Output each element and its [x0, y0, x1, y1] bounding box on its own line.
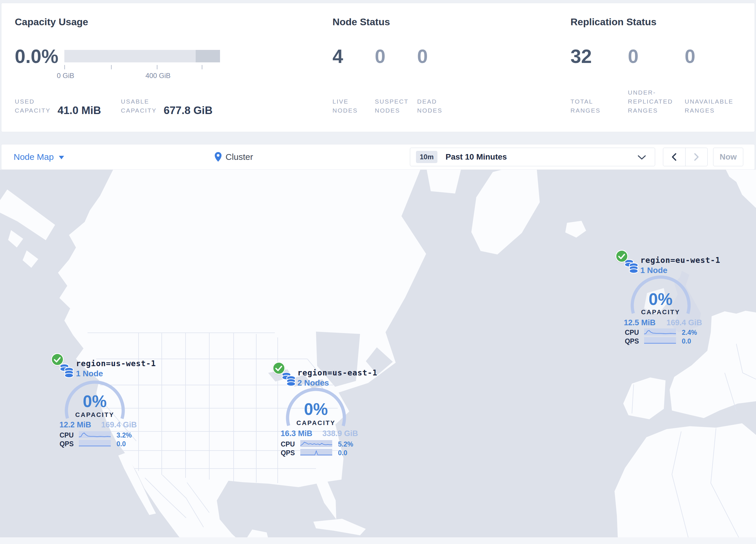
cpu-label: CPU — [276, 441, 295, 448]
unavailable-count: 0 — [685, 47, 695, 66]
qps-value: 0.0 — [117, 440, 126, 447]
used-capacity-metric: USED CAPACITY 41.0 MiB — [15, 97, 101, 115]
breadcrumb[interactable]: Cluster — [214, 144, 253, 169]
capacity-gauge-percent: 0% — [285, 401, 347, 418]
capacity-usage-bar — [64, 50, 220, 62]
suspect-nodes-count: 0 — [375, 47, 386, 66]
usable-capacity-label: USABLE CAPACITY — [121, 97, 157, 115]
chevron-left-icon — [670, 153, 678, 161]
replication-status-title: Replication Status — [570, 16, 657, 28]
axis-tick-label: 0 GiB — [57, 72, 74, 80]
capacity-gauge-label: CAPACITY — [285, 419, 347, 427]
qps-value: 0.0 — [682, 338, 691, 345]
cpu-sparkline — [300, 440, 332, 447]
qps-value: 0.0 — [338, 449, 347, 456]
capacity-used-value: 12.5 MiB — [624, 318, 656, 327]
used-capacity-value: 41.0 MiB — [57, 105, 101, 116]
time-range-dropdown[interactable]: 10m Past 10 Minutes — [410, 148, 655, 166]
cpu-value: 3.2% — [117, 432, 132, 439]
region-name: region=us-west-1 — [76, 359, 156, 368]
region-node-count-link[interactable]: 1 Node — [76, 369, 103, 378]
capacity-gauge-percent: 0% — [63, 393, 126, 410]
node-map: region=us-west-1 1 Node 0% CAPACITY 12.2… — [0, 170, 756, 544]
location-pin-icon — [214, 152, 222, 162]
node-status-title: Node Status — [332, 16, 390, 28]
cpu-label: CPU — [620, 329, 639, 336]
cpu-label: CPU — [55, 432, 74, 439]
capacity-gauge-label: CAPACITY — [63, 411, 126, 419]
time-prev-button[interactable] — [663, 148, 686, 166]
used-capacity-label: USED CAPACITY — [15, 97, 50, 115]
healthy-check-icon — [272, 362, 285, 375]
dead-nodes-count: 0 — [417, 47, 428, 66]
region-name: region=us-east-1 — [297, 368, 377, 377]
healthy-check-icon — [51, 353, 64, 366]
time-range-badge: 10m — [416, 151, 437, 163]
capacity-used-value: 12.2 MiB — [59, 420, 91, 429]
axis-tick — [157, 65, 157, 69]
view-selector-label: Node Map — [14, 152, 54, 162]
map-bottom-edge — [0, 537, 756, 544]
cpu-sparkline — [644, 329, 676, 336]
cpu-sparkline — [79, 431, 111, 438]
north-atlantic-land — [427, 170, 756, 254]
region-node-count-link[interactable]: 1 Node — [640, 266, 667, 275]
total-ranges-count: 32 — [570, 47, 592, 66]
capacity-total-value: 338.9 GiB — [317, 429, 358, 438]
capacity-usage-title: Capacity Usage — [15, 16, 88, 28]
time-nav-buttons — [663, 148, 708, 166]
axis-tick — [202, 65, 202, 69]
dead-nodes-label: DEADNODES — [417, 97, 442, 115]
time-next-button[interactable] — [686, 148, 708, 166]
usable-capacity-value: 677.8 GiB — [163, 105, 212, 116]
capacity-gauge-percent: 0% — [629, 291, 692, 308]
usable-capacity-metric: USABLE CAPACITY 677.8 GiB — [121, 97, 212, 115]
iberia-landmass — [623, 378, 666, 419]
capacity-total-value: 169.4 GiB — [96, 420, 137, 429]
under-replicated-label: UNDER-REPLICATEDRANGES — [628, 88, 673, 115]
view-selector-dropdown[interactable]: Node Map — [14, 144, 64, 169]
chevron-right-icon — [693, 153, 700, 161]
chevron-down-icon — [637, 155, 646, 160]
capacity-bar-spare-segment — [196, 50, 220, 62]
axis-tick — [64, 65, 65, 69]
healthy-check-icon — [615, 250, 628, 262]
qps-sparkline — [300, 449, 332, 456]
cpu-value: 2.4% — [682, 329, 697, 336]
total-ranges-label: TOTALRANGES — [570, 97, 601, 115]
caret-down-icon — [59, 156, 64, 159]
world-map-graphic — [0, 170, 756, 544]
cluster-summary-bar: Capacity Usage 0.0% 0 GiB 400 GiB USED C… — [1, 3, 755, 132]
capacity-used-value: 16.3 MiB — [281, 429, 312, 438]
map-toolbar: Node Map Cluster 10m Past 10 Minutes Now — [1, 144, 755, 170]
suspect-nodes-label: SUSPECTNODES — [375, 97, 409, 115]
qps-sparkline — [79, 440, 111, 447]
time-range-label: Past 10 Minutes — [446, 152, 507, 162]
capacity-gauge-label: CAPACITY — [629, 309, 692, 316]
live-nodes-label: LIVENODES — [332, 97, 358, 115]
live-nodes-count: 4 — [332, 47, 343, 66]
region-name: region=eu-west-1 — [640, 255, 720, 264]
now-button[interactable]: Now — [713, 148, 743, 166]
qps-label: QPS — [55, 440, 74, 447]
capacity-total-value: 169.4 GiB — [661, 318, 702, 327]
qps-sparkline — [644, 337, 676, 344]
qps-label: QPS — [276, 449, 295, 456]
under-replicated-count: 0 — [628, 47, 639, 66]
unavailable-label: UNAVAILABLERANGES — [685, 97, 733, 115]
cpu-value: 5.2% — [338, 441, 353, 448]
capacity-usage-percent: 0.0% — [15, 47, 58, 66]
breadcrumb-label: Cluster — [226, 152, 253, 162]
axis-tick — [111, 65, 112, 69]
qps-label: QPS — [620, 338, 639, 345]
axis-tick-label: 400 GiB — [146, 72, 171, 80]
